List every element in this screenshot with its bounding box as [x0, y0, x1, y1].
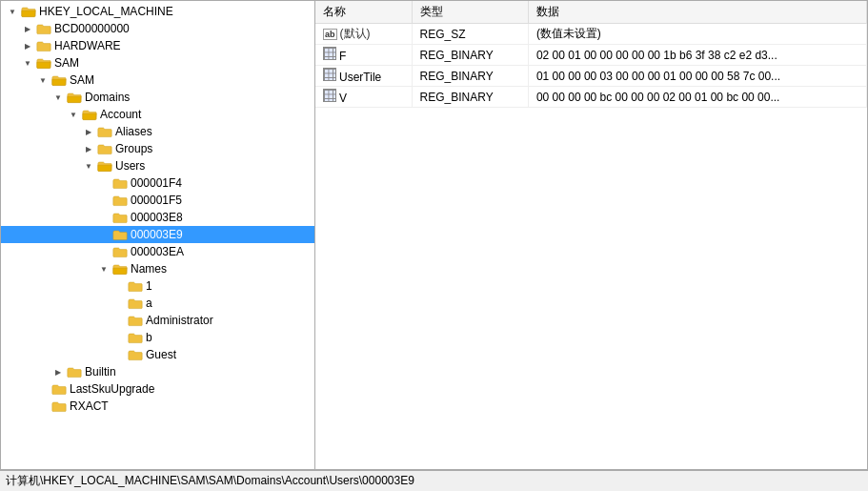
expand-icon-sam[interactable]: ▼ [20, 55, 35, 71]
ab-icon: ab [323, 29, 337, 40]
folder-icon-na [127, 296, 144, 311]
expand-icon-na[interactable] [111, 296, 127, 311]
cell-name: V [315, 87, 412, 108]
tree-item-groups[interactable]: ▶ Groups [1, 140, 314, 157]
folder-icon-u3e9 [111, 227, 129, 242]
tree-label-bcd: BCD00000000 [54, 22, 130, 35]
expand-icon-domains[interactable]: ▼ [50, 90, 66, 105]
expand-icon-account[interactable]: ▼ [66, 107, 81, 122]
folder-icon-sam [35, 55, 52, 71]
tree-label-nadmin: Administrator [146, 314, 213, 327]
expand-icon-nb[interactable] [111, 330, 127, 345]
expand-icon-u3e8[interactable] [96, 210, 111, 225]
tree-item-account[interactable]: ▼ Account [1, 106, 314, 123]
expand-icon-hardware[interactable]: ▶ [20, 38, 35, 53]
tree-label-sam: SAM [54, 56, 79, 70]
cell-type: REG_BINARY [412, 87, 528, 108]
expand-icon-lastsku[interactable] [35, 381, 50, 397]
expand-icon-bcd[interactable]: ▶ [20, 21, 35, 36]
tree-item-builtin[interactable]: ▶ Builtin [1, 363, 314, 380]
tree-label-users: Users [115, 159, 145, 173]
tree-item-lastsku[interactable]: LastSkuUpgrade [1, 380, 314, 398]
tree-label-u1f4: 000001F4 [131, 176, 182, 190]
cell-type: REG_BINARY [412, 45, 528, 66]
detail-panel[interactable]: 名称类型数据 ab(默认)REG_SZ(数值未设置)FREG_BINARY02 … [315, 1, 867, 469]
cell-type: REG_BINARY [412, 66, 528, 87]
folder-icon-hardware [35, 38, 52, 53]
tree-item-hardware[interactable]: ▶ HARDWARE [1, 37, 314, 54]
tree-label-names: Names [131, 262, 167, 276]
table-row[interactable]: VREG_BINARY00 00 00 00 bc 00 00 00 02 00… [315, 87, 867, 108]
tree-label-u1f5: 000001F5 [131, 194, 182, 207]
tree-label-account: Account [100, 108, 141, 121]
expand-icon-rxact[interactable] [35, 399, 50, 414]
expand-icon-n1[interactable] [111, 278, 127, 294]
tree-item-aliases[interactable]: ▶ Aliases [1, 123, 314, 140]
tree-item-u1f4[interactable]: 000001F4 [1, 174, 314, 192]
folder-icon-u1f5 [111, 193, 129, 208]
expand-icon-u1f4[interactable] [96, 175, 111, 191]
grid-icon [323, 47, 336, 60]
folder-icon-builtin [66, 364, 83, 379]
expand-icon-nadmin[interactable] [111, 313, 127, 328]
expand-icon-u3e9[interactable] [96, 227, 111, 242]
expand-icon-hklm[interactable]: ▼ [5, 4, 20, 19]
tree-item-u1f5[interactable]: 000001F5 [1, 192, 314, 209]
registry-editor: ▼ HKEY_LOCAL_MACHINE▶ BCD00000000▶ HARDW… [0, 0, 868, 470]
cell-data: 02 00 01 00 00 00 00 00 1b b6 3f 38 c2 e… [528, 45, 866, 66]
cell-data: (数值未设置) [528, 24, 866, 45]
expand-icon-sam2[interactable]: ▼ [35, 72, 50, 88]
grid-icon [323, 89, 336, 102]
table-body: ab(默认)REG_SZ(数值未设置)FREG_BINARY02 00 01 0… [315, 24, 867, 108]
table-row[interactable]: UserTileREG_BINARY01 00 00 00 03 00 00 0… [315, 66, 867, 87]
col-header-数据: 数据 [528, 1, 866, 24]
tree-item-nadmin[interactable]: Administrator [1, 312, 314, 329]
folder-icon-nb [127, 330, 144, 345]
tree-item-u3ea[interactable]: 000003EA [1, 243, 314, 260]
folder-icon-users [96, 158, 113, 174]
tree-label-domains: Domains [85, 91, 130, 104]
expand-icon-users[interactable]: ▼ [81, 158, 96, 174]
folder-icon-names [111, 261, 129, 276]
folder-icon-nadmin [127, 313, 144, 328]
tree-item-u3e9[interactable]: 000003E9 [1, 226, 314, 243]
table-row[interactable]: FREG_BINARY02 00 01 00 00 00 00 00 1b b6… [315, 45, 867, 66]
table-header: 名称类型数据 [315, 1, 867, 24]
table-row[interactable]: ab(默认)REG_SZ(数值未设置) [315, 24, 867, 45]
folder-icon-nguest [127, 347, 144, 362]
tree-item-domains[interactable]: ▼ Domains [1, 89, 314, 106]
tree-item-names[interactable]: ▼ Names [1, 260, 314, 277]
folder-icon-sam2 [50, 72, 68, 88]
tree-item-users[interactable]: ▼ Users [1, 157, 314, 174]
expand-icon-groups[interactable]: ▶ [81, 141, 96, 156]
tree-item-u3e8[interactable]: 000003E8 [1, 209, 314, 226]
expand-icon-builtin[interactable]: ▶ [50, 364, 66, 379]
tree-label-u3ea: 000003EA [131, 245, 184, 258]
folder-icon-aliases [96, 124, 113, 139]
cell-name: ab(默认) [315, 24, 412, 45]
expand-icon-names[interactable]: ▼ [96, 261, 111, 276]
expand-icon-aliases[interactable]: ▶ [81, 124, 96, 139]
tree-label-hardware: HARDWARE [54, 39, 121, 52]
tree-label-n1: 1 [146, 279, 152, 293]
expand-icon-u1f5[interactable] [96, 193, 111, 208]
tree-item-nb[interactable]: b [1, 329, 314, 346]
tree-item-nguest[interactable]: Guest [1, 346, 314, 363]
expand-icon-nguest[interactable] [111, 347, 127, 362]
tree-item-rxact[interactable]: RXACT [1, 398, 314, 415]
tree-label-sam2: SAM [70, 73, 94, 87]
tree-label-aliases: Aliases [115, 125, 152, 138]
col-header-类型: 类型 [412, 1, 528, 24]
tree-item-na[interactable]: a [1, 295, 314, 312]
tree-label-u3e9: 000003E9 [131, 228, 183, 241]
expand-icon-u3ea[interactable] [96, 244, 111, 259]
tree-item-n1[interactable]: 1 [1, 277, 314, 295]
tree-panel[interactable]: ▼ HKEY_LOCAL_MACHINE▶ BCD00000000▶ HARDW… [1, 1, 315, 469]
tree-item-hklm[interactable]: ▼ HKEY_LOCAL_MACHINE [1, 3, 314, 20]
tree-item-bcd[interactable]: ▶ BCD00000000 [1, 20, 314, 37]
tree-item-sam[interactable]: ▼ SAM [1, 54, 314, 72]
tree-label-builtin: Builtin [85, 365, 116, 378]
tree-item-sam2[interactable]: ▼ SAM [1, 72, 314, 89]
cell-data: 01 00 00 00 03 00 00 00 01 00 00 00 58 7… [528, 66, 866, 87]
folder-icon-u3ea [111, 244, 129, 259]
